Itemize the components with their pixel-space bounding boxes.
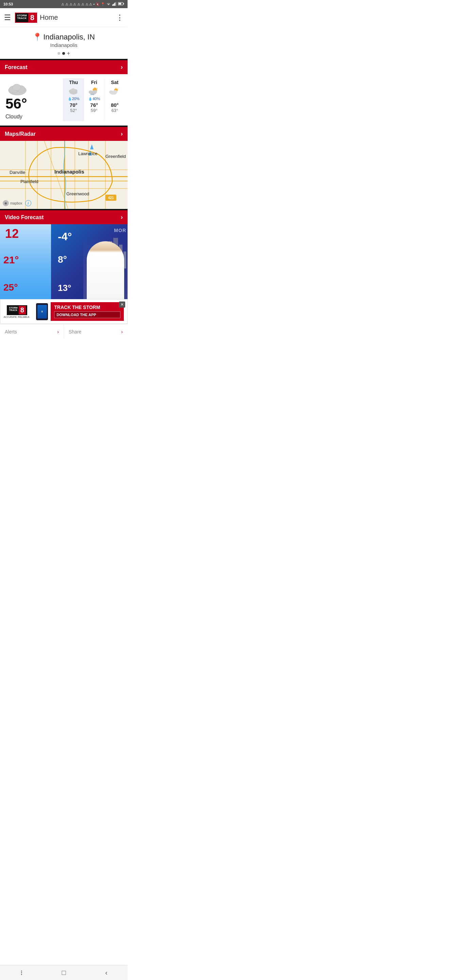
status-time: 10:53 xyxy=(3,2,13,6)
ad-brand-num: 8 xyxy=(19,306,26,314)
svg-rect-6 xyxy=(119,3,121,5)
svg-point-28 xyxy=(109,91,114,94)
day-fri-label: Fri xyxy=(91,80,97,85)
forecast-day-thu[interactable]: Thu 💧 20% 70° 52° xyxy=(63,78,84,121)
page-dot-1[interactable] xyxy=(57,52,60,55)
video-number-8: 8° xyxy=(58,255,67,264)
ad-right-section[interactable]: TRACK THE STORM DOWNLOAD THE APP xyxy=(51,302,124,321)
forecast-content: 56° Cloudy Thu 💧 20% 70° 52° Fri xyxy=(0,74,127,126)
dot-separator: • xyxy=(93,2,95,6)
current-forecast: 56° Cloudy xyxy=(3,78,63,121)
ad-cta[interactable]: DOWNLOAD THE APP xyxy=(54,311,121,318)
sat-low: 63° xyxy=(111,108,118,113)
svg-rect-3 xyxy=(115,2,116,6)
ad-brand-bottom: TRACK xyxy=(9,309,18,311)
signal-icon xyxy=(112,2,117,6)
map-label-greenwood: Greenwood xyxy=(66,191,89,196)
add-location-icon[interactable]: + xyxy=(67,51,70,56)
share-label: Share xyxy=(69,329,81,334)
hamburger-menu-icon[interactable]: ☰ xyxy=(4,13,11,22)
day-sat-label: Sat xyxy=(111,80,118,85)
svg-rect-2 xyxy=(114,3,115,6)
video-forecast-section-header[interactable]: Video Forecast › xyxy=(0,210,127,224)
thu-precip: 💧 20% xyxy=(68,97,79,101)
ad-brand-top: STORM xyxy=(9,307,18,309)
video-bg: 12 21° 25° -4° 8° xyxy=(0,224,127,299)
mapbox-text: mapbox xyxy=(10,202,22,205)
bottom-nav-spacer xyxy=(0,339,127,354)
more-options-icon[interactable]: ⋮ xyxy=(116,13,124,22)
forecast-section-header[interactable]: Forecast › xyxy=(0,60,127,74)
page-indicators: + xyxy=(3,51,125,56)
nav-back-button[interactable]: ‹ xyxy=(85,966,127,980)
app-logo: STORM TRACK 8 xyxy=(15,13,37,23)
location-section: 📍 Indianapolis, IN Indianapolis + xyxy=(0,27,127,59)
nav-recents-button[interactable]: ⫶ xyxy=(0,966,43,980)
current-cloud-icon xyxy=(5,80,29,97)
page-title: Home xyxy=(40,14,116,21)
maps-radar-arrow-icon: › xyxy=(121,130,123,137)
ad-phone-screen: 8 xyxy=(37,305,47,318)
map-info-icon[interactable]: i xyxy=(25,200,31,206)
video-number-25: 25° xyxy=(3,283,18,292)
nav-home-button[interactable]: □ xyxy=(43,966,85,980)
alerts-section-item[interactable]: Alerts › xyxy=(0,324,64,339)
map-label-lawrence: Lawrence xyxy=(78,151,97,156)
svg-line-17 xyxy=(97,88,97,89)
nav-recents-icon: ⫶ xyxy=(20,969,23,977)
video-forecast-container[interactable]: 12 21° 25° -4° 8° xyxy=(0,224,127,299)
current-condition: Cloudy xyxy=(5,114,22,120)
svg-line-26 xyxy=(118,89,118,89)
sat-high: 80° xyxy=(111,102,119,108)
map-label-plainfield: Plainfield xyxy=(21,179,38,184)
thu-low: 52° xyxy=(70,108,77,113)
video-number-neg4: -4° xyxy=(58,231,72,242)
status-bar: 10:53 ⚠ ⚠ ⚠ ⚠ ⚠ ⚠ ⚠ ⚠ • 🔇 📍 xyxy=(0,0,127,8)
forecast-arrow-icon: › xyxy=(121,64,123,71)
ad-banner[interactable]: STORM TRACK 8 ACCURATE. RELIABLE. 8 TRAC… xyxy=(0,299,127,324)
battery-icon xyxy=(118,2,124,6)
maps-radar-section-header[interactable]: Maps/Radar › xyxy=(0,127,127,141)
video-forecast-label: Video Forecast xyxy=(5,215,43,221)
alerts-label: Alerts xyxy=(5,329,17,334)
wifi-icon xyxy=(106,2,111,6)
bottom-nav: ⫶ □ ‹ xyxy=(0,965,127,980)
page-dot-2[interactable] xyxy=(62,52,65,55)
location-name[interactable]: 📍 Indianapolis, IN xyxy=(3,33,125,41)
day-thu-label: Thu xyxy=(69,80,78,85)
forecast-day-fri[interactable]: Fri 💧 40% 76° 59° xyxy=(84,78,105,121)
share-arrow-icon: › xyxy=(121,329,123,334)
share-section-item[interactable]: Share › xyxy=(64,324,127,339)
ad-headline: TRACK THE STORM xyxy=(54,305,121,310)
app-header: ☰ STORM TRACK 8 Home ⋮ xyxy=(0,8,127,27)
ad-tagline: ACCURATE. RELIABLE. xyxy=(4,316,30,318)
sat-weather-icon xyxy=(108,86,121,96)
svg-point-29 xyxy=(113,90,118,94)
mapbox-attribution: ◉ mapbox i xyxy=(3,200,31,206)
forecast-day-sat[interactable]: Sat - 80° 63° xyxy=(104,78,125,121)
location-pin-icon: 📍 xyxy=(33,33,42,41)
thu-high: 70° xyxy=(70,102,78,108)
ad-phone-icon: 8 xyxy=(36,303,48,320)
alerts-arrow-icon: › xyxy=(57,329,59,334)
video-overlay-text: MOR xyxy=(114,228,126,233)
map-svg: 421 xyxy=(0,141,127,209)
map-container[interactable]: 421 Lawrence Greenfield Danville Indiana… xyxy=(0,141,127,209)
fri-high: 76° xyxy=(90,102,98,108)
svg-rect-1 xyxy=(113,4,114,6)
video-forecast-arrow-icon: › xyxy=(121,214,123,221)
current-temp: 56° xyxy=(5,97,27,111)
forecast-label: Forecast xyxy=(5,64,27,70)
svg-point-19 xyxy=(89,91,93,94)
svg-rect-0 xyxy=(112,5,113,6)
ad-close-icon[interactable]: ✕ xyxy=(119,301,125,308)
ad-brand-box: STORM TRACK 8 xyxy=(7,305,27,315)
ad-logo-section: STORM TRACK 8 ACCURATE. RELIABLE. xyxy=(4,305,30,318)
thu-weather-icon xyxy=(67,86,79,96)
forecast-days: Thu 💧 20% 70° 52° Fri xyxy=(63,78,125,121)
location-sub: Indianapolis xyxy=(3,42,125,48)
mapbox-logo: ◉ xyxy=(3,200,9,206)
video-number-12: 12 xyxy=(5,228,19,240)
fri-low: 59° xyxy=(91,108,98,113)
fri-precip: 💧 40% xyxy=(88,97,100,101)
